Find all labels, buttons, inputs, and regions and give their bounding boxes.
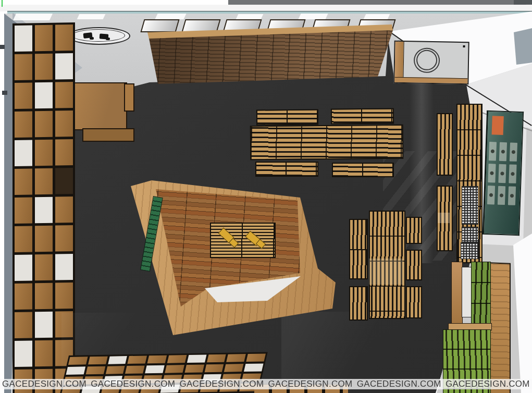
shelf-cell xyxy=(88,357,107,365)
shelf-cell xyxy=(227,354,246,362)
shelf-cell xyxy=(55,139,73,166)
slatted-bench xyxy=(406,217,422,244)
shelf-cell xyxy=(15,254,32,281)
axis-line-icon xyxy=(2,0,3,7)
slatted-bench xyxy=(255,162,318,177)
poster-image xyxy=(498,186,505,205)
shelf-cell xyxy=(15,111,32,138)
shelf-cell xyxy=(55,283,73,309)
chair xyxy=(90,37,94,40)
shelf-cell xyxy=(55,225,73,252)
poster-image xyxy=(510,142,517,161)
cabinet-wood-edge xyxy=(394,77,467,83)
slatted-bench xyxy=(332,163,394,177)
poster-image xyxy=(499,142,507,161)
poster-image xyxy=(509,164,516,183)
wall-mark xyxy=(2,91,7,95)
shelf-cell xyxy=(204,364,224,373)
locker-wood-strip xyxy=(451,262,463,328)
shelf-cell xyxy=(246,353,266,362)
shelf-cell xyxy=(35,111,53,138)
shelf-cell xyxy=(187,354,206,363)
wire-basket xyxy=(461,242,478,259)
poster-image-grid xyxy=(487,142,517,205)
wall-highlight xyxy=(298,14,328,19)
slatted-bench xyxy=(256,109,318,125)
shelf-cell xyxy=(145,365,164,374)
slatted-bench xyxy=(349,249,368,279)
shelf-cell xyxy=(15,283,32,310)
green-locker-shelf xyxy=(442,260,511,393)
shelf-cell xyxy=(66,366,85,375)
wall-slat-shelf xyxy=(437,113,453,176)
shelf-cell xyxy=(15,54,32,80)
poster-image xyxy=(487,186,495,204)
poster-image xyxy=(488,164,496,182)
shelf-cell xyxy=(55,197,73,223)
table-highlight xyxy=(369,259,403,285)
shelf-highlight xyxy=(438,213,450,223)
watermark-text: GACEDESIGN.COM xyxy=(268,379,353,389)
shelf-cell xyxy=(55,24,73,51)
shelf-cell xyxy=(165,365,184,373)
slatted-bench xyxy=(406,250,422,280)
service-cabinet xyxy=(393,41,469,85)
poster-image xyxy=(498,164,506,183)
shelf-cell xyxy=(108,356,127,364)
shelf-cell xyxy=(55,168,73,194)
shelf-cell xyxy=(35,168,53,195)
locker-green-upper xyxy=(471,262,491,329)
shelf-cell xyxy=(85,366,105,375)
wall-highlight xyxy=(236,14,264,19)
slatted-bench xyxy=(349,219,368,250)
wall-highlight xyxy=(13,14,53,20)
watermark-text: GACEDESIGN.COM xyxy=(91,379,175,389)
slatted-bench xyxy=(331,108,394,124)
shelf-cell xyxy=(15,312,32,338)
shelf-cell xyxy=(184,364,204,373)
shelf-cell xyxy=(55,82,73,108)
platform-slat-table xyxy=(210,223,276,258)
poster-orange-badge xyxy=(492,116,504,135)
shelf-cell xyxy=(35,54,53,80)
shelf-cell xyxy=(35,140,53,166)
shelf-cell xyxy=(15,340,32,367)
chair xyxy=(106,38,110,40)
shelf-cell xyxy=(128,355,147,364)
watermark-text: GACEDESIGN.COM xyxy=(2,379,86,389)
round-table-inner-ring xyxy=(72,29,125,42)
shelf-cell xyxy=(224,364,243,372)
cabinet-detail-dot xyxy=(463,45,465,47)
shelf-cell xyxy=(55,53,73,80)
shelf-cell xyxy=(35,226,53,252)
wall-highlight xyxy=(364,14,390,19)
shelf-cell xyxy=(35,312,53,338)
wire-basket xyxy=(462,227,478,242)
shelf-cell xyxy=(147,355,167,364)
shelf-cell xyxy=(15,168,32,195)
shelf-cell xyxy=(35,25,53,52)
shelf-cell xyxy=(125,365,144,374)
locker-white-panel xyxy=(462,267,472,317)
shelf-cell xyxy=(55,254,73,280)
shelf-cell xyxy=(15,140,32,166)
reception-desk-side-panel xyxy=(124,83,134,112)
central-platform xyxy=(129,179,338,337)
shelf-cell xyxy=(15,197,32,224)
locker-wood-side xyxy=(490,262,511,393)
shelf-cell xyxy=(244,363,263,372)
watermark-bar: GACEDESIGN.COM GACEDESIGN.COM GACEDESIGN… xyxy=(0,379,532,389)
wall-highlight xyxy=(155,14,186,19)
shelf-cell xyxy=(35,82,53,109)
reception-desk-extension xyxy=(82,128,134,142)
slatted-bench xyxy=(406,286,422,318)
wall-poster xyxy=(482,110,524,236)
shelf-cell xyxy=(35,254,53,281)
shelf-cell xyxy=(35,283,53,310)
slatted-bench xyxy=(349,286,368,321)
shelf-cell xyxy=(55,110,73,137)
shelf-cell xyxy=(207,354,226,363)
shelf-cell xyxy=(15,25,32,52)
shelf-cell xyxy=(15,82,32,109)
window-pane xyxy=(140,19,179,32)
